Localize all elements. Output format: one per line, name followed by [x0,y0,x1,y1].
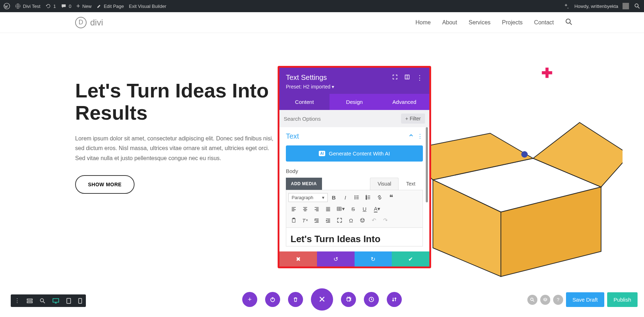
settings-button[interactable] [341,292,356,307]
plus-decoration: ✚ [541,65,553,81]
svg-point-10 [355,196,355,196]
undo-button[interactable]: ↶ [369,215,379,225]
underline-button[interactable]: U [359,204,370,214]
publish-bar: ? Save Draft Publish [527,292,638,307]
history-button[interactable] [364,292,379,307]
edit-page-link[interactable]: Edit Page [97,4,124,9]
main-nav: Home About Services Projects Contact [415,18,572,27]
tablet-view-icon[interactable] [66,298,72,304]
site-logo[interactable]: Ddivi [75,17,103,28]
nav-search-icon[interactable] [565,18,572,27]
svg-point-21 [363,220,364,220]
body-label: Body [286,168,423,174]
strike-button[interactable]: S [348,204,358,214]
ul-button[interactable] [351,192,362,202]
tab-advanced[interactable]: Advanced [379,94,429,110]
link-button[interactable] [374,192,385,202]
nav-projects[interactable]: Projects [502,19,523,26]
generate-ai-button[interactable]: AI Generate Content With AI [286,145,423,162]
power-button[interactable] [265,292,280,307]
filter-button[interactable]: +Filter [401,114,425,124]
svg-point-12 [355,198,355,199]
find-icon[interactable] [527,295,537,305]
comments-link[interactable]: 0 [61,3,71,9]
clear-format-button[interactable]: T✕ [300,215,311,225]
add-button[interactable]: + [242,292,257,307]
new-link[interactable]: +New [76,3,92,10]
mobile-view-icon[interactable] [78,298,82,304]
howdy-link[interactable]: Howdy, writtenbyekta [574,3,629,9]
nav-home[interactable]: Home [415,19,431,26]
wp-logo-icon[interactable] [4,3,10,9]
editor-heading: Let's Turn Ideas Into [291,234,418,245]
nav-contact[interactable]: Contact [534,19,554,26]
dot-decoration [521,151,528,158]
svg-point-30 [531,298,533,301]
editor-tab-text[interactable]: Text [399,178,423,190]
layers-icon[interactable] [540,295,550,305]
paste-button[interactable] [288,215,299,225]
fullscreen-button[interactable] [334,215,345,225]
format-select[interactable]: Paragraph▾ [288,193,328,202]
redo-button[interactable]: ↷ [380,215,391,225]
editor-content[interactable]: Let's Turn Ideas Into [286,228,423,246]
publish-button[interactable]: Publish [607,292,638,307]
editor-tab-visual[interactable]: Visual [370,178,399,190]
help-icon[interactable]: ? [553,295,563,305]
panel-header[interactable]: Text Settings ⋮ Preset: H2 imported ▾ [279,68,429,94]
focus-icon[interactable] [392,74,398,81]
align-left-button[interactable] [288,204,299,214]
align-center-button[interactable] [300,204,311,214]
search-icon[interactable] [634,3,640,9]
bold-button[interactable]: B [328,192,339,202]
svg-point-19 [360,218,364,222]
svg-rect-27 [79,298,82,303]
snap-icon[interactable] [404,74,410,81]
align-justify-button[interactable] [323,204,333,214]
more-icon[interactable]: ⋮ [416,74,423,82]
refresh-link[interactable]: 1 [45,3,56,9]
exit-vb-link[interactable]: Exit Visual Builder [129,4,166,9]
close-builder-button[interactable]: ✕ [311,288,333,311]
search-options-input[interactable] [284,116,401,122]
section-more-icon[interactable]: ⋮ [417,133,423,140]
quote-button[interactable]: ❝ [386,192,396,202]
indent-button[interactable] [323,215,333,225]
panel-undo-button[interactable]: ↺ [317,251,355,266]
table-button[interactable]: ▾ [334,204,347,214]
site-name-link[interactable]: Divi Test [15,3,40,9]
builder-action-bar: + ✕ [242,288,402,311]
panel-confirm-button[interactable]: ✔ [392,251,429,266]
nav-services[interactable]: Services [469,19,491,26]
save-draft-button[interactable]: Save Draft [566,292,604,307]
show-more-button[interactable]: SHOW MORE [75,175,135,194]
tab-design[interactable]: Design [330,94,380,110]
wireframe-view-icon[interactable] [26,298,33,304]
nav-about[interactable]: About [442,19,457,26]
outdent-button[interactable] [311,215,322,225]
collapse-icon[interactable] [409,133,414,140]
special-char-button[interactable]: Ω [346,215,356,225]
panel-tabs: Content Design Advanced [279,94,429,110]
panel-cancel-button[interactable]: ✖ [279,251,317,266]
view-more-icon[interactable]: ⋮ [14,297,20,304]
section-text-toggle[interactable]: Text [286,132,299,140]
svg-rect-17 [292,218,295,222]
align-right-button[interactable] [311,204,322,214]
add-media-button[interactable]: ADD MEDIA [286,178,322,190]
desktop-view-icon[interactable] [52,298,59,304]
svg-rect-25 [53,298,59,302]
sort-button[interactable] [387,292,402,307]
emoji-button[interactable] [357,215,368,225]
tab-content[interactable]: Content [279,94,330,110]
italic-button[interactable]: I [340,192,351,202]
delete-button[interactable] [288,292,303,307]
zoom-view-icon[interactable] [39,298,46,304]
panel-redo-button[interactable]: ↻ [355,251,392,266]
sparkle-icon[interactable] [563,3,569,9]
panel-footer: ✖ ↺ ↻ ✔ [279,251,429,266]
scrollbar[interactable] [426,127,428,202]
ol-button[interactable]: 123 [363,192,374,202]
preset-dropdown[interactable]: Preset: H2 imported ▾ [286,84,423,90]
text-color-button[interactable]: A ▾ [371,204,384,214]
